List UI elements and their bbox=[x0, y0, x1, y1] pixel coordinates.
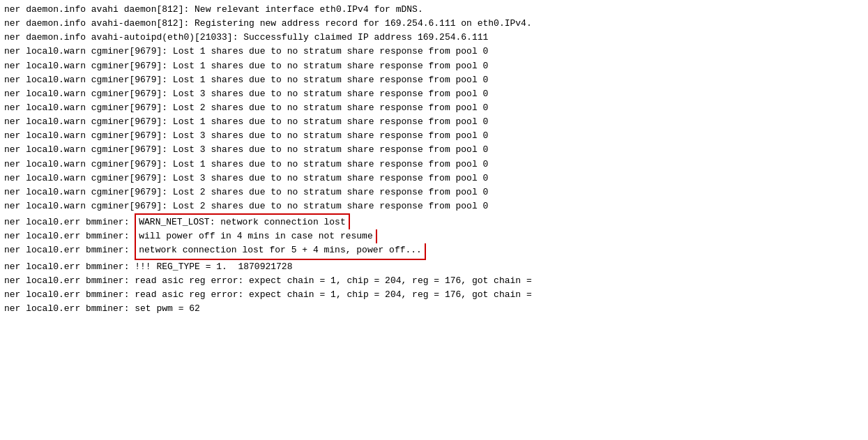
log-line: ner local0.warn cgminer[9679]: Lost 3 sh… bbox=[4, 143, 864, 157]
log-line: ner local0.err bmminer: set pwm = 62 bbox=[4, 302, 864, 316]
log-line: ner daemon.info avahi-autoipd(eth0)[2103… bbox=[4, 31, 864, 45]
boxed-message: will power off in 4 mins in case not res… bbox=[135, 229, 376, 243]
log-line: ner daemon.info avahi-daemon[812]: Regis… bbox=[4, 17, 864, 31]
err-prefix: ner local0.err bmminer: bbox=[4, 243, 135, 257]
log-line: ner local0.err bmminer: read asic reg er… bbox=[4, 274, 864, 288]
boxed-message: network connection lost for 5 + 4 mins, … bbox=[135, 243, 426, 259]
log-line: ner local0.warn cgminer[9679]: Lost 3 sh… bbox=[4, 172, 864, 185]
log-line: ner local0.err bmminer: read asic reg er… bbox=[4, 288, 864, 302]
log-line: ner local0.warn cgminer[9679]: Lost 2 sh… bbox=[4, 101, 864, 115]
log-container: ner daemon.info avahi daemon[812]: New r… bbox=[0, 0, 868, 319]
log-line: ner local0.warn cgminer[9679]: Lost 1 sh… bbox=[4, 59, 864, 73]
err-boxed-line: ner local0.err bmminer: will power off i… bbox=[4, 229, 864, 243]
err-boxed-line: ner local0.err bmminer: network connecti… bbox=[4, 243, 864, 259]
boxed-message: WARN_NET_LOST: network connection lost bbox=[135, 213, 349, 229]
log-line: ner local0.warn cgminer[9679]: Lost 1 sh… bbox=[4, 115, 864, 129]
log-line: ner local0.warn cgminer[9679]: Lost 2 sh… bbox=[4, 185, 864, 199]
err-prefix: ner local0.err bmminer: bbox=[4, 215, 135, 229]
log-line: ner local0.warn cgminer[9679]: Lost 1 sh… bbox=[4, 158, 864, 172]
log-line: ner daemon.info avahi daemon[812]: New r… bbox=[4, 3, 864, 17]
log-line: ner local0.warn cgminer[9679]: Lost 2 sh… bbox=[4, 199, 864, 213]
err-prefix: ner local0.err bmminer: bbox=[4, 229, 135, 243]
err-boxed-line: ner local0.err bmminer: WARN_NET_LOST: n… bbox=[4, 213, 864, 229]
log-line: ner local0.warn cgminer[9679]: Lost 3 sh… bbox=[4, 87, 864, 101]
log-line: ner local0.warn cgminer[9679]: Lost 1 sh… bbox=[4, 45, 864, 59]
log-line: ner local0.err bmminer: !!! REG_TYPE = 1… bbox=[4, 260, 864, 274]
log-line: ner local0.warn cgminer[9679]: Lost 1 sh… bbox=[4, 73, 864, 87]
log-line: ner local0.warn cgminer[9679]: Lost 3 sh… bbox=[4, 129, 864, 143]
